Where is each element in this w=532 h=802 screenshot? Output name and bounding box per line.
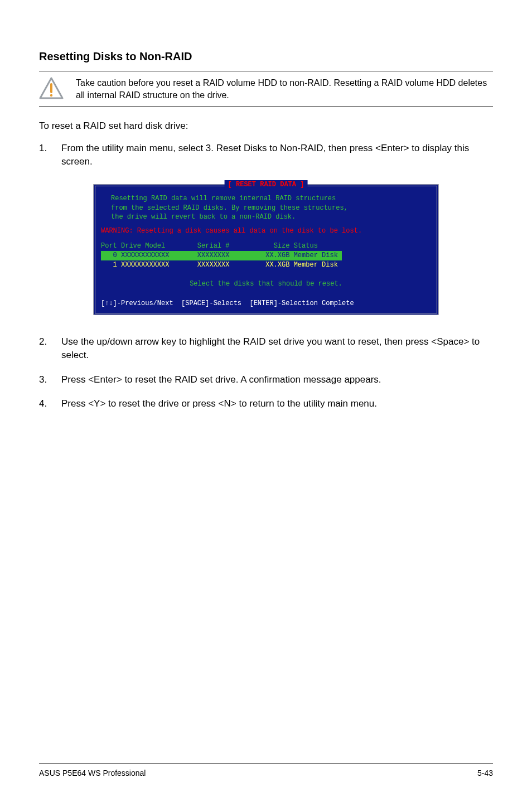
step-4: 4. Press <Y> to reset the drive or press… — [39, 397, 493, 410]
raid-message-line: from the selected RAID disks. By removin… — [111, 204, 431, 213]
footer-page-number: 5-43 — [477, 769, 493, 777]
step-number: 3. — [39, 373, 61, 386]
raid-table-header: Port Drive Model Serial # Size Status — [101, 241, 431, 251]
step-2: 2. Use the up/down arrow key to highligh… — [39, 335, 493, 362]
caution-icon — [39, 77, 64, 99]
svg-point-2 — [50, 94, 52, 96]
caution-note: Take caution before you reset a RAID vol… — [39, 71, 493, 107]
raid-bios-screenshot: [ RESET RAID DATA ] Resetting RAID data … — [93, 184, 439, 315]
step-number: 2. — [39, 335, 61, 362]
raid-footer-hints: [↑↓]-Previous/Next [SPACE]-Selects [ENTE… — [101, 299, 431, 308]
caution-text: Take caution before you reset a RAID vol… — [76, 77, 493, 101]
footer-product: ASUS P5E64 WS Professional — [39, 769, 146, 777]
raid-message-line: the drive will revert back to a non-RAID… — [111, 212, 431, 222]
raid-table-row-selected: 0 XXXXXXXXXXXX XXXXXXXX XX.XGB Member Di… — [101, 251, 342, 260]
intro-text: To reset a RAID set hard disk drive: — [39, 120, 493, 132]
section-heading: Resetting Disks to Non-RAID — [39, 50, 493, 63]
step-text: From the utility main menu, select 3. Re… — [61, 142, 493, 168]
page-footer: ASUS P5E64 WS Professional 5-43 — [39, 764, 493, 777]
step-text: Press <Enter> to reset the RAID set driv… — [61, 373, 381, 386]
raid-title: [ RESET RAID DATA ] — [225, 180, 308, 190]
raid-table-row: 1 XXXXXXXXXXXX XXXXXXXX XX.XGB Member Di… — [101, 260, 431, 270]
step-1: 1. From the utility main menu, select 3.… — [39, 142, 493, 168]
step-number: 4. — [39, 397, 61, 410]
step-number: 1. — [39, 142, 61, 168]
step-text: Use the up/down arrow key to highlight t… — [61, 335, 493, 362]
raid-instruction: Select the disks that should be reset. — [101, 279, 431, 289]
raid-warning: WARNING: Resetting a disk causes all dat… — [101, 226, 431, 236]
raid-message-line: Resetting RAID data will remove internal… — [111, 194, 431, 204]
step-text: Press <Y> to reset the drive or press <N… — [61, 397, 377, 410]
step-3: 3. Press <Enter> to reset the RAID set d… — [39, 373, 493, 386]
